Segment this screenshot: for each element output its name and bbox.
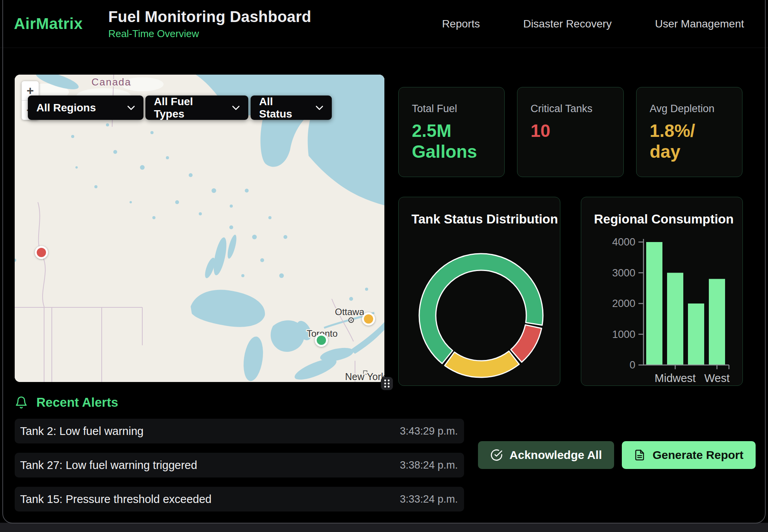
- grip-dots-icon: [383, 379, 391, 388]
- page-subtitle: Real-Time Overview: [108, 28, 311, 40]
- stat-value-line1: 10: [531, 120, 610, 141]
- stat-card-critical-tanks: Critical Tanks 10: [517, 87, 624, 177]
- stat-value-line1: 1.8%/: [650, 120, 729, 141]
- map-label-ottawa: Ottawa: [335, 307, 365, 317]
- stat-label: Critical Tanks: [531, 103, 610, 115]
- resize-handle[interactable]: [381, 377, 393, 390]
- stat-label: Avg Depletion: [650, 103, 729, 115]
- alerts-title: Recent Alerts: [36, 395, 118, 410]
- alert-timestamp: 3:33:24 p.m.: [400, 493, 458, 505]
- critical-tank-marker[interactable]: [35, 246, 48, 259]
- report-document-icon: [634, 449, 645, 461]
- stat-value-line2: Gallons: [412, 141, 491, 162]
- acknowledge-all-label: Acknowledge All: [510, 448, 602, 462]
- alerts-header: Recent Alerts: [15, 395, 118, 410]
- nav-disaster-recovery[interactable]: Disaster Recovery: [523, 18, 612, 30]
- chevron-down-icon: [232, 106, 240, 110]
- svg-text:2000: 2000: [612, 298, 635, 309]
- filter-regions-dropdown[interactable]: All Regions: [28, 95, 143, 120]
- alert-timestamp: 3:43:29 p.m.: [400, 425, 458, 437]
- stat-value: 10: [531, 120, 610, 141]
- map-label-new-york: New York: [345, 371, 384, 382]
- title-block: Fuel Monitoring Dashboard Real-Time Over…: [108, 8, 311, 40]
- ottawa-city-dot-center: [350, 319, 352, 321]
- map-base: Canada Ottawa Toronto New York: [15, 75, 384, 382]
- window-bottom-bar: [0, 523, 768, 532]
- chevron-down-icon: [316, 106, 323, 110]
- svg-text:West: West: [704, 372, 730, 384]
- nav-reports[interactable]: Reports: [442, 18, 480, 30]
- svg-text:Midwest: Midwest: [655, 372, 696, 384]
- stat-value-line1: 2.5M: [412, 120, 491, 141]
- tank-status-donut: [399, 197, 561, 386]
- alert-message: Tank 2: Low fuel warning: [20, 425, 143, 438]
- stat-value: 2.5M Gallons: [412, 120, 491, 162]
- filter-status-value: All Status: [259, 95, 309, 120]
- alert-row: Tank 27: Low fuel warning triggered 3:38…: [15, 453, 464, 477]
- map-label-canada: Canada: [91, 76, 131, 88]
- alert-timestamp: 3:38:24 p.m.: [400, 459, 458, 471]
- regional-consumption-card: Regional Consumption 01000200030004000Mi…: [581, 197, 743, 386]
- generate-report-label: Generate Report: [652, 448, 743, 462]
- alert-message: Tank 15: Pressure threshold exceeded: [20, 493, 212, 506]
- stat-value-line2: day: [650, 141, 729, 162]
- filter-fuel-types-value: All Fuel Types: [154, 95, 225, 120]
- warning-tank-marker[interactable]: [362, 312, 375, 326]
- bell-icon: [15, 396, 28, 409]
- svg-text:3000: 3000: [612, 267, 635, 279]
- page-title: Fuel Monitoring Dashboard: [108, 8, 311, 26]
- svg-text:0: 0: [630, 359, 635, 371]
- regional-consumption-chart: 01000200030004000MidwestWest: [581, 197, 743, 386]
- tank-status-card: Tank Status Distribution: [398, 197, 560, 386]
- stat-card-total-fuel: Total Fuel 2.5M Gallons: [398, 87, 505, 177]
- generate-report-button[interactable]: Generate Report: [622, 441, 756, 469]
- filter-status-dropdown[interactable]: All Status: [251, 95, 332, 120]
- map-panel: Canada Ottawa Toronto New York + − All R…: [15, 75, 384, 382]
- stat-label: Total Fuel: [412, 103, 491, 115]
- alert-message: Tank 27: Low fuel warning triggered: [20, 459, 197, 472]
- normal-tank-marker[interactable]: [315, 334, 328, 347]
- acknowledge-all-button[interactable]: Acknowledge All: [478, 441, 614, 469]
- fuel-map[interactable]: Canada Ottawa Toronto New York + − All R…: [15, 75, 384, 382]
- alert-row: Tank 15: Pressure threshold exceeded 3:3…: [15, 487, 464, 512]
- svg-text:4000: 4000: [612, 236, 635, 248]
- stat-card-avg-depletion: Avg Depletion 1.8%/ day: [636, 87, 742, 177]
- chevron-down-icon: [127, 106, 135, 110]
- filter-fuel-types-dropdown[interactable]: All Fuel Types: [145, 95, 248, 120]
- alert-row: Tank 2: Low fuel warning 3:43:29 p.m.: [15, 419, 464, 443]
- svg-text:1000: 1000: [612, 329, 635, 340]
- stat-value: 1.8%/ day: [650, 120, 729, 162]
- filter-regions-value: All Regions: [36, 102, 96, 114]
- main-nav: Reports Disaster Recovery User Managemen…: [442, 18, 744, 30]
- nav-user-management[interactable]: User Management: [655, 18, 744, 30]
- check-circle-icon: [490, 449, 503, 461]
- app-header: AirMatrix Fuel Monitoring Dashboard Real…: [0, 0, 768, 48]
- app-logo[interactable]: AirMatrix: [14, 15, 83, 32]
